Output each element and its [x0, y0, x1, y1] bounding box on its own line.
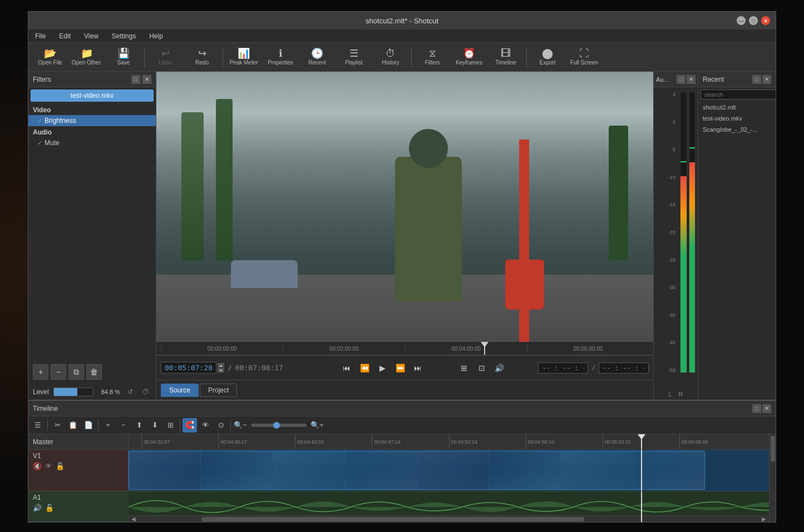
grid-button[interactable]: ⊞	[457, 361, 471, 375]
tl-snap-button[interactable]: 🧲	[182, 418, 197, 432]
filter-delete-button[interactable]: 🗑	[86, 364, 102, 380]
menu-edit[interactable]: Edit	[57, 31, 73, 41]
recent-item-0[interactable]: shotcut2.mlt	[698, 102, 776, 113]
recent-undock-button[interactable]: □	[752, 75, 761, 84]
tl-overwrite-button[interactable]: ⬇	[147, 418, 162, 432]
open-other-button[interactable]: 📁 Open Other.	[70, 44, 104, 70]
tl-zoom-in-button[interactable]: 🔍+	[310, 418, 324, 432]
zoom-slider[interactable]	[251, 424, 307, 427]
open-other-icon: 📁	[81, 48, 93, 58]
minimize-button[interactable]: —	[737, 16, 746, 25]
meter-l-label: L	[668, 391, 672, 397]
tl-menu-button[interactable]: ☰	[31, 418, 45, 432]
time-up-button[interactable]: ▲	[218, 363, 224, 367]
save-button[interactable]: 💾 Save	[106, 44, 141, 70]
filter-copy-button[interactable]: ⧉	[68, 364, 84, 380]
level-bar-container[interactable]	[53, 387, 93, 396]
skip-to-end-button[interactable]: ⏭	[411, 361, 425, 375]
menu-help[interactable]: Help	[147, 31, 165, 41]
scrollbar-thumb[interactable]	[201, 517, 584, 521]
zoom-thumb[interactable]	[273, 422, 280, 429]
filters-undock-button[interactable]: □	[131, 75, 140, 84]
timeline-close-button[interactable]: ✕	[762, 404, 771, 413]
filters-button[interactable]: ⧖ Filters	[415, 44, 450, 70]
fullscreen-button[interactable]: ⛶ Full Screen	[567, 44, 601, 70]
menu-view[interactable]: View	[82, 31, 101, 41]
timeline-scrollbar[interactable]: ◀ ▶	[129, 515, 769, 522]
recent-item-1[interactable]: test-video.mkv	[698, 113, 776, 124]
tl-zoom-out-button[interactable]: 🔍−	[233, 418, 248, 432]
project-tab[interactable]: Project	[200, 384, 237, 397]
video-frame	[156, 72, 653, 342]
maximize-button[interactable]: □	[749, 16, 758, 25]
tc-separator: /	[591, 364, 595, 371]
ruler-tick-0: 00:04:31:07	[141, 434, 170, 449]
timeline-undock-button[interactable]: □	[752, 404, 761, 413]
properties-button[interactable]: ℹ Properties	[263, 44, 298, 70]
play-button[interactable]: ▶	[375, 361, 389, 375]
v1-lock-icon[interactable]: 🔓	[56, 462, 65, 470]
history-button[interactable]: ⏱ History	[373, 44, 408, 70]
tl-scrub-button[interactable]: ⊙	[214, 418, 228, 432]
timeline-vscrollbar[interactable]	[769, 434, 776, 522]
keyframes-button[interactable]: ⏰ Keyframes	[452, 44, 486, 70]
filter-remove-button[interactable]: −	[51, 364, 66, 380]
recent-close-button[interactable]: ✕	[762, 75, 771, 84]
speaker-button[interactable]: 🔊	[492, 361, 507, 375]
level-animate-button[interactable]: ⏱	[140, 386, 151, 397]
history-icon: ⏱	[386, 48, 396, 58]
vscroll-thumb[interactable]	[771, 436, 775, 461]
recent-search-input[interactable]	[701, 90, 776, 100]
level-bar-fill	[54, 388, 77, 396]
playlist-button[interactable]: ☰ Playlist	[337, 44, 371, 70]
tc-out-display[interactable]	[599, 362, 649, 374]
scroll-left-arrow[interactable]: ◀	[130, 516, 137, 523]
scroll-right-arrow[interactable]: ▶	[760, 516, 768, 523]
level-reset-button[interactable]: ↺	[125, 386, 136, 397]
audio-meter-close[interactable]: ✕	[687, 75, 696, 84]
redo-icon: ↪	[198, 48, 206, 58]
v1-eye-icon[interactable]: 👁	[45, 462, 52, 470]
tl-remove-track-button[interactable]: −	[116, 418, 131, 432]
filter-add-button[interactable]: +	[33, 364, 48, 380]
timeline-button[interactable]: 🎞 Timeline	[489, 44, 523, 70]
time-down-button[interactable]: ▼	[218, 368, 224, 372]
skip-to-start-button[interactable]: ⏮	[339, 361, 354, 375]
recent-item-2[interactable]: Scanglobe_-_02_-...	[698, 124, 776, 135]
tc-in-display[interactable]	[538, 362, 588, 374]
tl-razor-button[interactable]: ✂	[50, 418, 65, 432]
peak-meter-button[interactable]: 📊 Peak Meter	[226, 44, 261, 70]
tl-paste-button[interactable]: 📄	[81, 418, 96, 432]
fast-forward-button[interactable]: ⏩	[393, 361, 407, 375]
close-button[interactable]: ✕	[761, 16, 770, 25]
open-file-button[interactable]: 📂 Open File	[33, 44, 67, 70]
v1-mute-icon[interactable]: 🔇	[33, 462, 42, 470]
v1-track-content[interactable]	[129, 450, 769, 491]
filters-close-button[interactable]: ✕	[142, 75, 151, 84]
audio-meter-undock[interactable]: □	[677, 75, 685, 84]
undo-button[interactable]: ↩ Undo	[148, 44, 182, 70]
source-tab[interactable]: Source	[161, 384, 199, 397]
menu-settings[interactable]: Settings	[110, 31, 138, 41]
tl-add-track-button[interactable]: +	[101, 418, 115, 432]
v1-clip[interactable]	[129, 451, 705, 490]
grid2-button[interactable]: ⊡	[475, 361, 489, 375]
a1-speaker-icon[interactable]: 🔊	[33, 504, 42, 512]
redo-button[interactable]: ↪ Redo	[185, 44, 219, 70]
tl-clip-button[interactable]: 📋	[66, 418, 80, 432]
tl-lift-button[interactable]: ⬆	[132, 418, 146, 432]
recent-button[interactable]: 🕒 Recent	[300, 44, 334, 70]
fullscreen-label: Full Screen	[570, 59, 599, 66]
menu-file[interactable]: File	[33, 31, 48, 41]
red-pole	[519, 140, 529, 342]
tl-ripple-button[interactable]: ⊞	[163, 418, 177, 432]
rewind-button[interactable]: ⏪	[357, 361, 372, 375]
filter-mute-item[interactable]: ✓ Mute	[28, 137, 156, 148]
main-area: Filters □ ✕ test-video.mkv Video ✓ Brigh…	[28, 72, 776, 400]
export-button[interactable]: ⬤ Export	[530, 44, 565, 70]
timeline-toolbar: ☰ ✂ 📋 📄 + − ⬆ ⬇ ⊞ 🧲 👁 ⊙ 🔍− 🔍+	[28, 416, 776, 434]
tl-ripple-all-button[interactable]: 👁	[198, 418, 213, 432]
filter-brightness-item[interactable]: ✓ Brightness	[28, 115, 156, 126]
a1-lock-icon[interactable]: 🔓	[45, 504, 54, 512]
timecode-current[interactable]	[161, 362, 216, 374]
